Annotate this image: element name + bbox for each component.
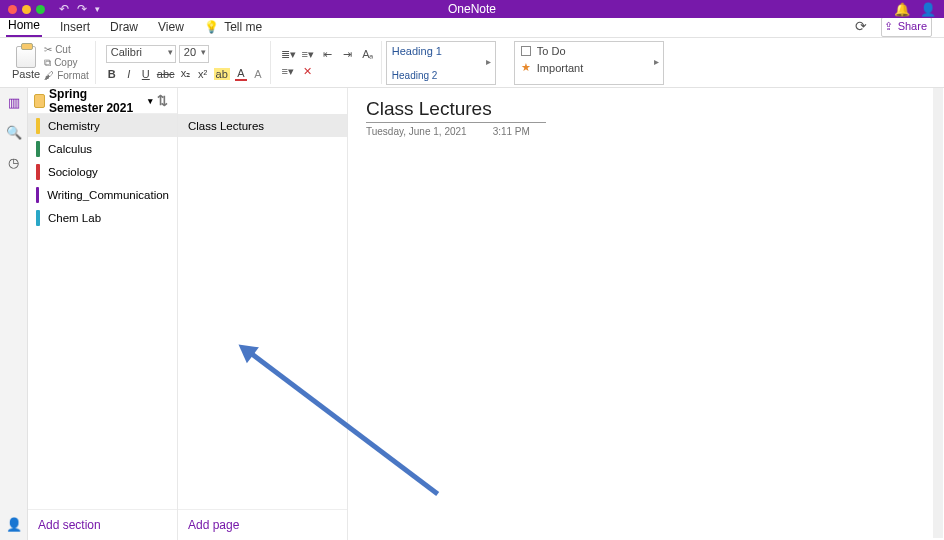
subscript-button[interactable]: x₂	[180, 67, 192, 80]
clear-formatting-button[interactable]: A	[252, 68, 264, 80]
title-bar: ↶ ↷ ▾ OneNote 🔔 👤	[0, 0, 944, 18]
superscript-button[interactable]: x²	[197, 68, 209, 80]
todo-label: To Do	[537, 45, 566, 57]
copy-button[interactable]: ⧉ Copy	[44, 56, 89, 69]
page-title[interactable]: Class Lectures	[366, 98, 926, 120]
sort-icon[interactable]: ⇅	[157, 93, 171, 108]
paste-icon	[16, 46, 36, 68]
tell-me-label: Tell me	[222, 18, 264, 37]
delete-button[interactable]: ✕	[301, 65, 315, 78]
section-color-bar	[36, 210, 40, 226]
undo-icon[interactable]: ↶	[59, 2, 69, 16]
maximize-window[interactable]	[36, 5, 45, 14]
ribbon: Paste ✂ Cut ⧉ Copy 🖌 Format Calibri 20 B…	[0, 38, 944, 88]
page-time: 3:11 PM	[493, 126, 530, 137]
tags-gallery[interactable]: To Do ★Important	[514, 41, 664, 85]
align-button[interactable]: ≡▾	[281, 65, 295, 78]
tag-important[interactable]: ★Important	[521, 61, 657, 74]
section-label: Chem Lab	[48, 212, 101, 224]
section-item[interactable]: Sociology	[28, 160, 177, 183]
clipboard-group: Paste ✂ Cut ⧉ Copy 🖌 Format	[6, 41, 96, 84]
add-page-button[interactable]: Add page	[178, 509, 347, 540]
notebook-icon	[34, 94, 45, 108]
bullets-button[interactable]: ≣▾	[281, 48, 295, 61]
section-color-bar	[36, 164, 40, 180]
tab-insert[interactable]: Insert	[58, 18, 92, 37]
numbering-button[interactable]: ≡▾	[301, 48, 315, 61]
page-canvas[interactable]: Class Lectures Tuesday, June 1, 2021 3:1…	[348, 88, 944, 540]
section-item[interactable]: Writing_Communication	[28, 183, 177, 206]
section-item[interactable]: Chem Lab	[28, 206, 177, 229]
notebook-header[interactable]: Spring Semester 2021 ▾ ⇅	[28, 88, 177, 114]
tab-home[interactable]: Home	[6, 16, 42, 37]
star-icon: ★	[521, 61, 531, 74]
paste-label: Paste	[12, 68, 40, 80]
important-label: Important	[537, 62, 583, 74]
section-label: Calculus	[48, 143, 92, 155]
title-underline	[366, 122, 546, 123]
cut-label: Cut	[55, 43, 71, 56]
copy-label: Copy	[54, 56, 77, 69]
recent-icon[interactable]: ◷	[6, 154, 22, 170]
section-color-bar	[36, 187, 39, 203]
sections-pane: Spring Semester 2021 ▾ ⇅ ChemistryCalcul…	[28, 88, 178, 540]
section-label: Sociology	[48, 166, 98, 178]
tab-view[interactable]: View	[156, 18, 186, 37]
styles-gallery[interactable]: Heading 1 Heading 2	[386, 41, 496, 85]
chevron-down-icon: ▾	[148, 96, 153, 106]
pages-pane: Class Lectures Add page	[178, 88, 348, 540]
share-button[interactable]: ⇪ Share	[881, 17, 932, 37]
window-controls	[8, 5, 45, 14]
tag-todo[interactable]: To Do	[521, 45, 657, 57]
font-size-dropdown[interactable]: 20	[179, 45, 209, 63]
outdent-button[interactable]: ⇤	[321, 48, 335, 61]
checkbox-icon	[521, 46, 531, 56]
heading1-style[interactable]: Heading 1	[392, 45, 490, 57]
page-item[interactable]: Class Lectures	[178, 114, 347, 137]
quick-access-toolbar: ↶ ↷ ▾	[59, 2, 100, 16]
main-area: ▥ 🔍 ◷ 👤 Spring Semester 2021 ▾ ⇅ Chemist…	[0, 88, 944, 540]
menu-bar: Home Insert Draw View 💡 Tell me ⟳ ⇪ Shar…	[0, 18, 944, 38]
clipboard-small: ✂ Cut ⧉ Copy 🖌 Format	[44, 43, 89, 82]
page-date: Tuesday, June 1, 2021	[366, 126, 467, 137]
bold-button[interactable]: B	[106, 68, 118, 80]
tab-draw[interactable]: Draw	[108, 18, 140, 37]
minimize-window[interactable]	[22, 5, 31, 14]
search-icon[interactable]: 🔍	[6, 124, 22, 140]
paste-button[interactable]: Paste	[12, 46, 40, 80]
notebook-name: Spring Semester 2021	[49, 87, 144, 115]
section-item[interactable]: Calculus	[28, 137, 177, 160]
paragraph-group: ≣▾ ≡▾ ⇤ ⇥ Aₐ ≡▾ ✕	[275, 41, 382, 84]
vertical-scrollbar[interactable]	[933, 88, 943, 538]
highlight-button[interactable]: ab	[214, 68, 230, 80]
bell-icon[interactable]: 🔔	[894, 2, 910, 17]
heading2-style[interactable]: Heading 2	[392, 70, 490, 81]
qat-customize-icon[interactable]: ▾	[95, 4, 100, 14]
font-family-dropdown[interactable]: Calibri	[106, 45, 176, 63]
sync-icon[interactable]: ⟳	[853, 16, 869, 37]
font-color-button[interactable]: A	[235, 67, 247, 81]
indent-button[interactable]: ⇥	[341, 48, 355, 61]
font-group: Calibri 20 B I U abc x₂ x² ab A A	[100, 41, 271, 84]
section-label: Chemistry	[48, 120, 100, 132]
format-label: Format	[57, 69, 89, 82]
cut-button[interactable]: ✂ Cut	[44, 43, 89, 56]
share-label: Share	[896, 18, 929, 35]
format-painter-button[interactable]: 🖌 Format	[44, 69, 89, 82]
section-label: Writing_Communication	[47, 189, 169, 201]
redo-icon[interactable]: ↷	[77, 2, 87, 16]
strikethrough-button[interactable]: abc	[157, 68, 175, 80]
add-section-button[interactable]: Add section	[28, 509, 177, 540]
left-rail: ▥ 🔍 ◷ 👤	[0, 88, 28, 540]
page-meta: Tuesday, June 1, 2021 3:11 PM	[366, 126, 926, 137]
close-window[interactable]	[8, 5, 17, 14]
app-title: OneNote	[448, 2, 496, 16]
underline-button[interactable]: U	[140, 68, 152, 80]
account-icon[interactable]: 👤	[920, 2, 936, 17]
section-item[interactable]: Chemistry	[28, 114, 177, 137]
tell-me[interactable]: 💡 Tell me	[202, 18, 266, 37]
avatar-icon[interactable]: 👤	[6, 516, 22, 532]
styles-clear-button[interactable]: Aₐ	[361, 48, 375, 61]
notebooks-icon[interactable]: ▥	[6, 94, 22, 110]
italic-button[interactable]: I	[123, 68, 135, 80]
